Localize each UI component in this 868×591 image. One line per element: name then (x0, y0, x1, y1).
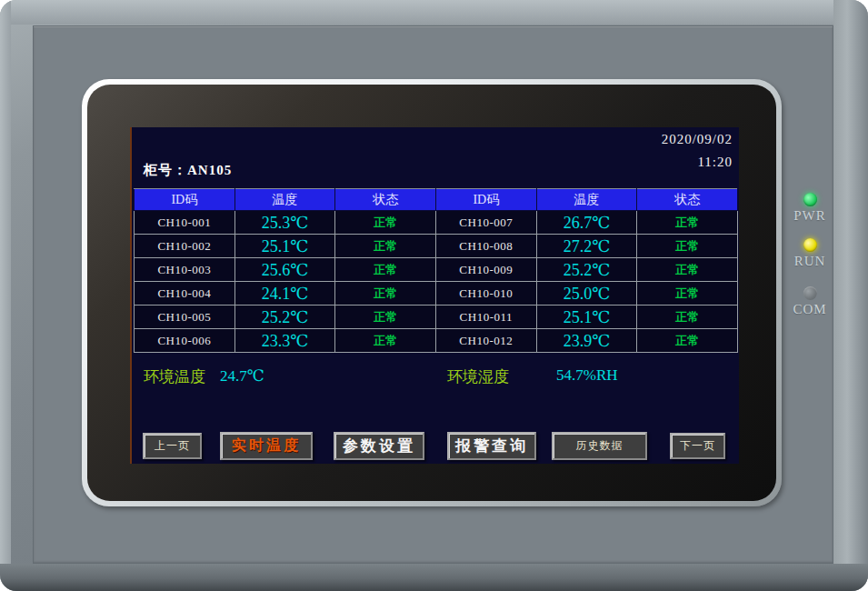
column-header-temp: 温度 (234, 189, 335, 211)
channel-id: CH10-007 (435, 211, 536, 235)
temperature-value: 23.3℃ (234, 329, 335, 353)
column-header-id: ID码 (435, 189, 536, 211)
device-right-bevel (833, 0, 868, 591)
temperature-value: 27.2℃ (536, 235, 637, 258)
status-value: 正常 (637, 258, 738, 282)
column-header-temp: 温度 (536, 189, 637, 211)
table-row: CH10-00125.3℃正常CH10-00726.7℃正常 (135, 211, 738, 235)
run-led-indicator (803, 238, 817, 252)
temperature-value: 25.0℃ (536, 282, 637, 306)
table-row: CH10-00525.2℃正常CH10-01125.1℃正常 (135, 306, 738, 329)
channel-id: CH10-003 (135, 258, 235, 282)
history-data-button[interactable]: 历史数据 (552, 432, 647, 460)
channel-id: CH10-001 (135, 211, 235, 235)
datetime: 2020/09/02 11:20 (662, 128, 733, 174)
status-value: 正常 (637, 306, 738, 329)
run-led-label: RUN (794, 254, 826, 268)
column-header-id: ID码 (135, 189, 235, 211)
next-page-button[interactable]: 下一页 (670, 433, 725, 459)
status-value: 正常 (637, 211, 738, 235)
status-value: 正常 (335, 258, 436, 282)
alarm-query-button[interactable]: 报警查询 (447, 432, 536, 460)
prev-page-button[interactable]: 上一页 (143, 433, 202, 459)
temperature-value: 25.2℃ (234, 306, 335, 329)
temperature-value: 24.1℃ (234, 282, 335, 306)
temperature-value: 25.3℃ (234, 211, 335, 235)
ambient-readings: 环境温度 24.7℃ 环境湿度 54.7%RH (132, 366, 739, 388)
device-housing: 2020/09/02 11:20 柜号：AN105 ID码 温度 状态 ID码 … (0, 0, 868, 591)
temperature-value: 25.6℃ (234, 258, 335, 282)
channel-id: CH10-008 (435, 235, 536, 258)
status-value: 正常 (335, 282, 436, 306)
ambient-humidity-label: 环境湿度 (447, 366, 509, 387)
realtime-temp-button[interactable]: 实时温度 (220, 432, 313, 460)
com-led-indicator (803, 286, 817, 300)
temperature-value: 25.2℃ (536, 258, 637, 282)
status-value: 正常 (335, 235, 436, 258)
channel-id: CH10-004 (135, 282, 235, 306)
status-value: 正常 (637, 282, 738, 306)
channel-id: CH10-005 (135, 306, 235, 329)
com-led-label: COM (793, 302, 826, 316)
pwr-led-group: PWR (787, 193, 833, 224)
temperature-value: 25.1℃ (234, 235, 335, 258)
date-text: 2020/09/02 (662, 128, 733, 151)
pwr-led-indicator (803, 193, 817, 206)
column-header-status: 状态 (335, 189, 436, 211)
time-text: 11:20 (662, 151, 733, 174)
channel-id: CH10-010 (435, 282, 536, 306)
device-bottom-bevel (0, 564, 868, 591)
status-value: 正常 (335, 306, 436, 329)
table-row: CH10-00225.1℃正常CH10-00827.2℃正常 (135, 235, 738, 258)
channel-id: CH10-009 (435, 258, 536, 282)
device-left-bevel (0, 0, 11, 591)
temperature-value: 23.9℃ (536, 329, 637, 353)
temperature-value: 25.1℃ (536, 306, 637, 329)
channel-id: CH10-006 (135, 329, 235, 353)
pwr-led-label: PWR (793, 208, 826, 223)
com-led-group: COM (787, 286, 833, 317)
table-row: CH10-00623.3℃正常CH10-01223.9℃正常 (135, 329, 738, 353)
channel-id: CH10-012 (435, 329, 536, 353)
channel-id: CH10-002 (135, 235, 235, 258)
run-led-group: RUN (787, 238, 833, 269)
cabinet-label: 柜号：AN105 (144, 162, 232, 179)
device-top-bevel (0, 0, 868, 25)
table-header-row: ID码 温度 状态 ID码 温度 状态 (135, 189, 738, 211)
parameter-settings-button[interactable]: 参数设置 (334, 432, 424, 460)
status-value: 正常 (335, 211, 436, 235)
ambient-temp-label: 环境温度 (144, 366, 205, 387)
status-value: 正常 (637, 329, 738, 353)
status-value: 正常 (637, 235, 738, 258)
ambient-temp-value: 24.7℃ (220, 366, 264, 386)
status-value: 正常 (335, 329, 436, 353)
ambient-humidity-value: 54.7%RH (556, 366, 618, 385)
hmi-panel: 2020/09/02 11:20 柜号：AN105 ID码 温度 状态 ID码 … (0, 0, 868, 591)
temperature-table: ID码 温度 状态 ID码 温度 状态 CH10-00125.3℃正常CH10-… (134, 188, 738, 353)
touchscreen-display: 2020/09/02 11:20 柜号：AN105 ID码 温度 状态 ID码 … (130, 127, 739, 464)
channel-id: CH10-011 (435, 306, 536, 329)
temperature-value: 26.7℃ (536, 211, 637, 235)
table-row: CH10-00325.6℃正常CH10-00925.2℃正常 (135, 258, 738, 282)
column-header-status: 状态 (637, 189, 738, 211)
table-row: CH10-00424.1℃正常CH10-01025.0℃正常 (135, 282, 738, 306)
